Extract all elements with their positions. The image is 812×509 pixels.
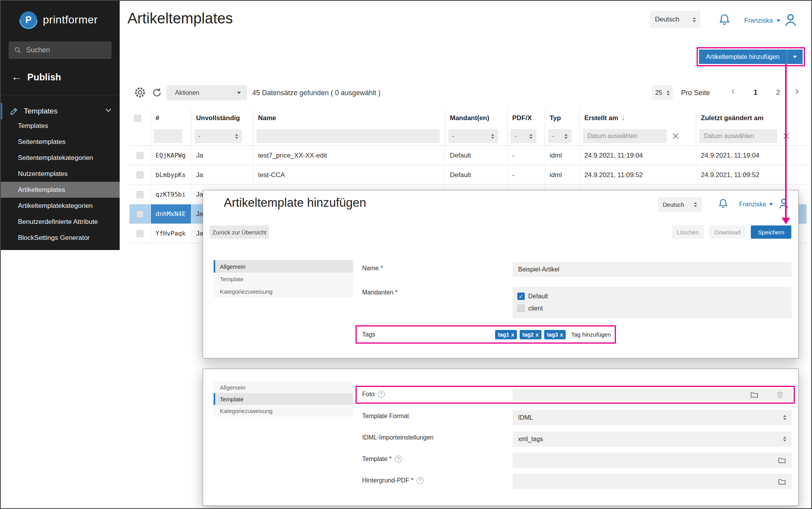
tag-chip[interactable]: tag2x	[520, 330, 541, 339]
remove-tag-icon[interactable]: x	[536, 332, 539, 338]
checkbox-unchecked-icon[interactable]	[517, 305, 525, 312]
checkbox-checked-icon[interactable]: ✓	[517, 293, 525, 300]
active-section-accent	[1, 103, 2, 119]
row-name: test-CCA	[253, 165, 445, 184]
name-input[interactable]: Beispiel-Artikel	[513, 262, 792, 277]
pagination-page-1[interactable]: 1	[754, 89, 757, 97]
folder-icon[interactable]	[778, 477, 786, 486]
foto-upload-input[interactable]	[513, 388, 792, 401]
table-row[interactable]: EQjKAPWg Ja test7_price_XX-XX-edit Defau…	[129, 146, 807, 165]
row-checkbox[interactable]	[136, 172, 143, 179]
idml-import-select[interactable]: xml_tags	[513, 431, 792, 447]
help-icon[interactable]: ?	[378, 391, 385, 398]
sidebar-item-seitentemplates[interactable]: Seitentemplates	[1, 134, 120, 150]
settings-gear-icon[interactable]	[134, 86, 146, 99]
sidebar-item-seitentemplatekategorien[interactable]: Seitentemplatekategorien	[1, 150, 120, 166]
col-erstellt-am[interactable]: Erstellt am ↓	[580, 110, 696, 127]
clear-date-icon[interactable]	[671, 132, 680, 140]
dialog-section-nav: Allgemein Template Kategoriezuweisung	[214, 260, 353, 298]
filter-pdfx-select[interactable]: -	[511, 129, 536, 143]
filter-mandant-select[interactable]: -	[448, 129, 498, 143]
tag-chip[interactable]: tag3x	[544, 330, 566, 339]
sidebar-item-artikeltemplatekategorien[interactable]: Artikeltemplatekategorien	[1, 198, 120, 214]
trash-icon[interactable]	[776, 390, 784, 399]
help-icon[interactable]: ?	[417, 477, 424, 484]
col-id[interactable]: #	[151, 110, 191, 127]
filter-id-input[interactable]	[154, 129, 182, 143]
folder-icon[interactable]	[778, 456, 786, 465]
template-format-select[interactable]: IDML	[513, 410, 792, 425]
tag-chip[interactable]: tag1x	[495, 330, 517, 339]
row-checkbox[interactable]	[136, 152, 143, 159]
per-page-select[interactable]: 25	[652, 85, 673, 100]
delete-button[interactable]: Löschen	[672, 225, 704, 239]
user-menu[interactable]: Franziska	[739, 201, 773, 208]
sort-desc-icon[interactable]: ↓	[621, 114, 625, 122]
row-checkbox[interactable]	[136, 211, 143, 218]
table-row[interactable]: bLmbypKs Ja test-CCA Default - idml 24.9…	[129, 165, 807, 185]
remove-tag-icon[interactable]: x	[511, 332, 514, 338]
hintergrund-pdf-input[interactable]	[513, 474, 792, 489]
col-typ[interactable]: Typ	[545, 110, 580, 127]
notifications-bell-icon[interactable]	[718, 13, 731, 26]
sidebar-item-blocksettings-generator[interactable]: BlockSettings Generator	[1, 230, 120, 246]
nav-template[interactable]: Template	[214, 393, 353, 405]
nav-kategoriezuweisung[interactable]: Kategoriezuweisung	[214, 405, 353, 417]
header-checkbox-cell	[129, 110, 151, 127]
filter-name-input[interactable]	[257, 129, 440, 143]
nav-template[interactable]: Template	[214, 273, 353, 285]
help-icon[interactable]: ?	[395, 456, 402, 463]
row-checkbox[interactable]	[136, 191, 143, 198]
add-tag-button[interactable]: Tag hinzufügen	[571, 331, 611, 338]
app-window: P printformer Suchen ← Publish Templates…	[0, 0, 812, 509]
save-button[interactable]: Speichern	[751, 225, 791, 239]
template-file-input[interactable]	[513, 452, 792, 468]
col-zuletzt-geaendert[interactable]: Zuletzt geändert am	[696, 110, 807, 127]
notifications-bell-icon[interactable]	[718, 198, 729, 209]
row-pdfx: -	[508, 165, 545, 184]
user-avatar-icon[interactable]	[783, 12, 798, 28]
button-dropdown-toggle[interactable]	[787, 56, 803, 58]
refresh-icon[interactable]	[151, 87, 163, 98]
pagination-page-2[interactable]: 2	[776, 89, 780, 97]
sidebar-menu: Templates Seitentemplates Seitentemplate…	[1, 118, 120, 246]
sidebar-item-nutzentemplates[interactable]: Nutzentemplates	[1, 166, 120, 182]
col-mandant[interactable]: Mandant(en)	[445, 110, 508, 127]
nav-kategoriezuweisung[interactable]: Kategoriezuweisung	[214, 285, 353, 298]
search-input[interactable]: Suchen	[9, 41, 111, 59]
nav-allgemein[interactable]: Allgemein	[214, 381, 353, 393]
sidebar-item-artikeltemplates[interactable]: Artikeltemplates	[1, 182, 120, 198]
user-menu[interactable]: Franziska	[744, 17, 780, 25]
col-name[interactable]: Name	[253, 110, 445, 127]
sidebar-back-publish[interactable]: ← Publish	[11, 71, 61, 83]
back-to-overview-button[interactable]: Zurück zur Übersicht	[210, 225, 269, 239]
mandant-option-client[interactable]: client	[517, 302, 787, 314]
row-incomplete: Ja	[191, 146, 253, 165]
remove-tag-icon[interactable]: x	[560, 332, 563, 338]
filter-modified-date-input[interactable]: Datum auswählen	[699, 129, 777, 143]
filter-typ-select[interactable]: -	[548, 129, 571, 143]
col-unvollstaendig[interactable]: Unvollständig	[191, 110, 253, 127]
template-file-label: Template * ?	[362, 456, 402, 463]
folder-icon[interactable]	[750, 390, 759, 399]
filter-unvollstaendig-select[interactable]: -	[195, 129, 242, 143]
row-checkbox[interactable]	[136, 230, 143, 237]
chevron-down-icon	[106, 106, 111, 112]
sidebar-item-templates[interactable]: Templates	[1, 118, 120, 134]
col-pdfx[interactable]: PDF/X	[508, 110, 545, 127]
row-id: YfHvPaqk	[151, 224, 191, 243]
mandant-option-default[interactable]: ✓ Default	[517, 290, 787, 302]
filter-created-date-input[interactable]: Datum auswählen	[583, 129, 667, 143]
per-page-value: 25	[655, 89, 662, 96]
download-button[interactable]: Download	[709, 225, 746, 239]
language-select[interactable]: Deutsch	[650, 11, 701, 28]
select-all-checkbox[interactable]	[134, 115, 141, 122]
language-select[interactable]: Deutsch	[658, 197, 702, 212]
sidebar-item-benutzerdefinierte-attribute[interactable]: Benutzerdefinierte Attribute	[1, 214, 120, 230]
pagination-prev-icon[interactable]: ‹	[731, 85, 735, 97]
actions-dropdown[interactable]: Aktionen	[166, 85, 247, 100]
add-artikeltemplate-button[interactable]: Artikeltemplate hinzufügen	[699, 50, 803, 64]
nav-allgemein[interactable]: Allgemein	[214, 260, 353, 273]
user-avatar-icon[interactable]	[777, 197, 790, 210]
pagination-next-icon[interactable]: ›	[795, 85, 799, 97]
